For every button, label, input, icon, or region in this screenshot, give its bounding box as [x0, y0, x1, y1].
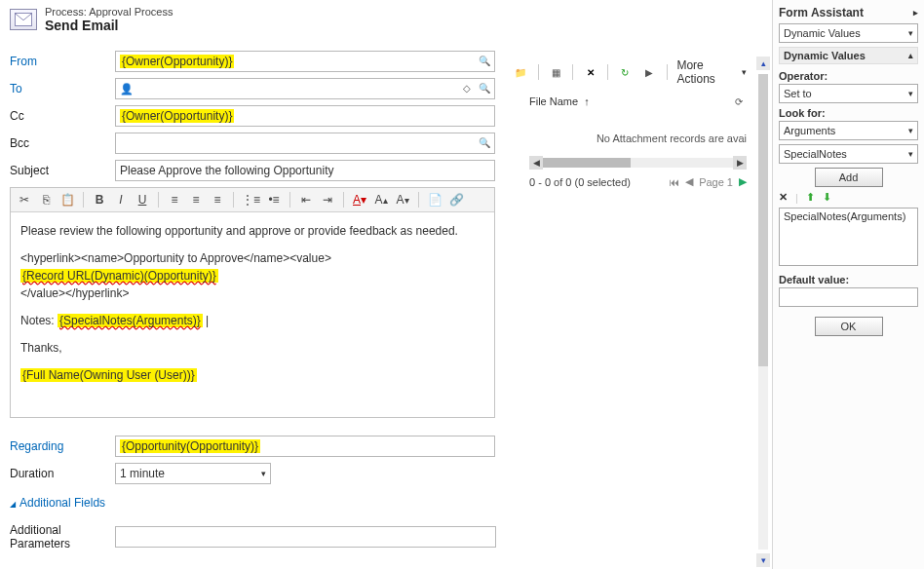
filename-header[interactable]: File Name ↑	[529, 95, 590, 107]
expand-icon[interactable]: ▸	[913, 8, 918, 18]
insert-article-icon[interactable]: 📄	[427, 191, 443, 209]
cc-label: Cc	[10, 109, 115, 123]
additional-params-label: Additional Parameters	[10, 523, 115, 550]
sort-up-icon: ↑	[584, 95, 590, 107]
move-down-icon[interactable]: ⬇	[823, 191, 831, 204]
form-assistant-title: Form Assistant	[779, 6, 864, 19]
bold-icon[interactable]: B	[92, 191, 107, 209]
scroll-left-icon[interactable]: ◀	[529, 156, 543, 170]
person-icon: 👤	[120, 83, 134, 95]
horizontal-scrollbar[interactable]: ◀ ▶	[529, 156, 747, 170]
vertical-scrollbar[interactable]: ▴ ▾	[754, 0, 772, 569]
copy-icon[interactable]: ⎘	[38, 191, 54, 209]
from-input[interactable]: {Owner(Opportunity)} 🔍	[115, 51, 495, 72]
body-intro: Please review the following opportunity …	[20, 222, 484, 240]
page-title: Send Email	[45, 18, 173, 33]
lookup-icon[interactable]: 🔍	[477, 53, 492, 68]
lookup-icon[interactable]: 🔍	[477, 80, 492, 95]
scroll-down-icon[interactable]: ▾	[756, 553, 770, 567]
default-value-label: Default value:	[779, 274, 918, 285]
more-actions-menu[interactable]: More Actions▾	[676, 58, 747, 86]
font-color-icon[interactable]: A▾	[352, 191, 367, 209]
body-signature: {Full Name(Owning User (User))}	[20, 366, 484, 384]
indent-icon[interactable]: ⇥	[320, 191, 335, 209]
mail-icon	[10, 9, 37, 30]
cc-input[interactable]: {Owner(Opportunity)}	[115, 105, 495, 127]
ordered-list-icon[interactable]: ⋮≡	[242, 191, 260, 209]
lookfor-label: Look for:	[779, 107, 918, 119]
font-size-down-icon[interactable]: A▾	[395, 191, 410, 209]
expand-icon[interactable]: ◇	[459, 80, 475, 95]
align-right-icon[interactable]: ≡	[210, 191, 225, 209]
operator-select[interactable]: Set to▾	[779, 84, 918, 103]
regarding-input[interactable]: {Opportunity(Opportunity)}	[115, 436, 495, 457]
main-pane: Process: Approval Process Send Email Fro…	[0, 0, 506, 569]
body-notes: Notes: {SpecialNotes(Arguments)} |	[20, 312, 484, 329]
first-page-icon[interactable]: ⏮	[669, 176, 679, 188]
to-label: To	[10, 82, 115, 95]
rich-text-editor: ✂ ⎘ 📋 B I U ≡ ≡ ≡ ⋮≡ •≡ ⇤ ⇥ A▾ A▴	[10, 187, 495, 418]
refresh-list-icon[interactable]: ⟳	[731, 94, 747, 109]
form-assistant-pane: Form Assistant ▸ Dynamic Values▾ Dynamic…	[772, 0, 924, 569]
additional-params-input[interactable]	[115, 526, 496, 548]
additional-fields-toggle[interactable]: Additional Fields	[10, 496, 496, 510]
editor-body[interactable]: Please review the following opportunity …	[11, 212, 494, 417]
lookfor-attribute-select[interactable]: SpecialNotes▾	[779, 144, 918, 164]
process-label: Process: Approval Process	[45, 6, 173, 18]
regarding-label: Regarding	[10, 439, 115, 453]
subject-input[interactable]: Please Approve the following Opportunity	[115, 160, 495, 181]
underline-icon[interactable]: U	[135, 191, 150, 209]
refresh-icon[interactable]: ↻	[618, 64, 633, 80]
align-left-icon[interactable]: ≡	[167, 191, 182, 209]
collapse-icon[interactable]: ▴	[908, 51, 913, 60]
run-icon[interactable]: ▶	[642, 64, 657, 80]
bcc-label: Bcc	[10, 136, 115, 150]
new-attachment-icon[interactable]: 📁	[514, 64, 528, 80]
prev-page-icon[interactable]: ◀	[685, 175, 693, 188]
duration-label: Duration	[10, 467, 115, 480]
align-center-icon[interactable]: ≡	[188, 191, 204, 209]
body-hyperlink: <hyperlink><name>Opportunity to Approve<…	[20, 249, 484, 302]
italic-icon[interactable]: I	[113, 191, 129, 209]
add-button[interactable]: Add	[815, 168, 883, 187]
operator-label: Operator:	[779, 70, 918, 82]
selected-values-list[interactable]: SpecialNotes(Arguments)	[779, 208, 918, 266]
scroll-right-icon[interactable]: ▶	[733, 156, 747, 170]
unordered-list-icon[interactable]: •≡	[266, 191, 282, 209]
default-value-input[interactable]	[779, 287, 918, 307]
next-page-icon[interactable]: ▶	[739, 175, 747, 188]
editor-toolbar: ✂ ⎘ 📋 B I U ≡ ≡ ≡ ⋮≡ •≡ ⇤ ⇥ A▾ A▴	[11, 188, 494, 212]
chevron-down-icon: ▾	[261, 469, 266, 478]
lookfor-entity-select[interactable]: Arguments▾	[779, 121, 918, 140]
regarding-token: {Opportunity(Opportunity)}	[120, 439, 260, 453]
attachments-pane: 📁 ▦ ✕ ↻ ▶ More Actions▾ File Name ↑ ⟳ No…	[506, 0, 754, 569]
subject-text: Please Approve the following Opportunity	[120, 164, 333, 177]
font-size-up-icon[interactable]: A▴	[373, 191, 389, 209]
record-count: 0 - 0 of 0 (0 selected)	[529, 176, 631, 188]
assistant-mode-select[interactable]: Dynamic Values▾	[779, 23, 918, 43]
from-token: {Owner(Opportunity)}	[120, 55, 234, 68]
duration-select[interactable]: 1 minute ▾	[115, 463, 271, 484]
paste-icon[interactable]: 📋	[59, 191, 75, 209]
dynamic-values-header: Dynamic Values	[784, 50, 866, 61]
move-up-icon[interactable]: ⬆	[806, 191, 815, 204]
cc-token: {Owner(Opportunity)}	[120, 109, 234, 123]
insert-link-icon[interactable]: 🔗	[448, 191, 464, 209]
body-thanks: Thanks,	[20, 339, 484, 357]
cut-icon[interactable]: ✂	[17, 191, 32, 209]
to-input[interactable]: 👤 ◇ 🔍	[115, 78, 495, 99]
ok-button[interactable]: OK	[815, 317, 883, 336]
attachments-empty: No Attachment records are avai	[506, 113, 754, 152]
delete-icon[interactable]: ✕	[583, 64, 597, 80]
remove-icon[interactable]: ✕	[779, 191, 788, 204]
list-item[interactable]: SpecialNotes(Arguments)	[784, 210, 913, 222]
outdent-icon[interactable]: ⇤	[298, 191, 314, 209]
from-label: From	[10, 55, 115, 68]
page-indicator: Page 1	[699, 176, 733, 188]
subject-label: Subject	[10, 164, 115, 177]
scroll-up-icon[interactable]: ▴	[756, 57, 770, 70]
grid-icon[interactable]: ▦	[549, 64, 563, 80]
lookup-icon[interactable]: 🔍	[477, 134, 492, 150]
bcc-input[interactable]: 🔍	[115, 133, 495, 154]
